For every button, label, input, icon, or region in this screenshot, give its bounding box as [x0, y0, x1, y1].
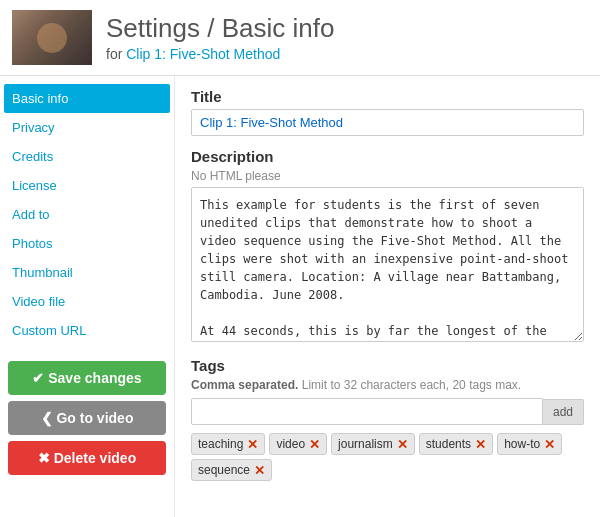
- tags-sublabel: Comma separated. Limit to 32 characters …: [191, 378, 584, 392]
- sidebar-divider: [0, 345, 174, 353]
- tag-remove-button[interactable]: ✕: [544, 438, 555, 451]
- list-item: sequence✕: [191, 459, 272, 481]
- title-input[interactable]: [191, 109, 584, 136]
- list-item: teaching✕: [191, 433, 265, 455]
- sidebar-item-photos[interactable]: Photos: [0, 229, 174, 258]
- title-label: Title: [191, 88, 584, 105]
- tags-label: Tags: [191, 357, 584, 374]
- tag-label: sequence: [198, 463, 250, 477]
- sidebar-item-license[interactable]: License: [0, 171, 174, 200]
- tag-remove-button[interactable]: ✕: [397, 438, 408, 451]
- settings-page: Settings / Basic info for Clip 1: Five-S…: [0, 0, 600, 517]
- title-separator: /: [200, 13, 222, 43]
- sidebar-item-add-to[interactable]: Add to: [0, 200, 174, 229]
- tags-input[interactable]: [191, 398, 543, 425]
- list-item: how-to✕: [497, 433, 562, 455]
- page-header: Settings / Basic info for Clip 1: Five-S…: [0, 0, 600, 76]
- list-item: video✕: [269, 433, 327, 455]
- sidebar-item-basic-info[interactable]: Basic info: [4, 84, 170, 113]
- clip-thumbnail: [12, 10, 92, 65]
- tag-label: teaching: [198, 437, 243, 451]
- tag-label: journalism: [338, 437, 393, 451]
- title-settings: Settings: [106, 13, 200, 43]
- header-title-block: Settings / Basic info for Clip 1: Five-S…: [106, 13, 334, 62]
- tags-list: teaching✕video✕journalism✕students✕how-t…: [191, 433, 584, 481]
- sidebar-item-credits[interactable]: Credits: [0, 142, 174, 171]
- tags-sublabel-bold: Comma separated.: [191, 378, 298, 392]
- go-to-video-button[interactable]: ❮ Go to video: [8, 401, 166, 435]
- tags-section: Tags Comma separated. Limit to 32 charac…: [191, 357, 584, 481]
- save-changes-button[interactable]: ✔ Save changes: [8, 361, 166, 395]
- title-section: Basic info: [222, 13, 335, 43]
- delete-video-button[interactable]: ✖ Delete video: [8, 441, 166, 475]
- tag-label: how-to: [504, 437, 540, 451]
- clip-link[interactable]: Clip 1: Five-Shot Method: [126, 46, 280, 62]
- tag-label: students: [426, 437, 471, 451]
- sidebar-item-privacy[interactable]: Privacy: [0, 113, 174, 142]
- description-sublabel: No HTML please: [191, 169, 584, 183]
- description-textarea[interactable]: [191, 187, 584, 342]
- thumbnail-image: [12, 10, 92, 65]
- tag-label: video: [276, 437, 305, 451]
- clip-subtitle: for Clip 1: Five-Shot Method: [106, 46, 334, 62]
- list-item: students✕: [419, 433, 493, 455]
- tags-input-row: add: [191, 398, 584, 425]
- sidebar-item-thumbnail[interactable]: Thumbnail: [0, 258, 174, 287]
- tags-add-button[interactable]: add: [543, 399, 584, 425]
- tags-sublabel-text: Limit to 32 characters each, 20 tags max…: [298, 378, 521, 392]
- tag-remove-button[interactable]: ✕: [309, 438, 320, 451]
- description-label: Description: [191, 148, 584, 165]
- tag-remove-button[interactable]: ✕: [247, 438, 258, 451]
- tag-remove-button[interactable]: ✕: [254, 464, 265, 477]
- list-item: journalism✕: [331, 433, 415, 455]
- page-title: Settings / Basic info: [106, 13, 334, 44]
- page-body: Basic info Privacy Credits License Add t…: [0, 76, 600, 517]
- sidebar: Basic info Privacy Credits License Add t…: [0, 76, 175, 517]
- main-content: Title Description No HTML please Tags Co…: [175, 76, 600, 517]
- sidebar-item-custom-url[interactable]: Custom URL: [0, 316, 174, 345]
- tag-remove-button[interactable]: ✕: [475, 438, 486, 451]
- sidebar-item-video-file[interactable]: Video file: [0, 287, 174, 316]
